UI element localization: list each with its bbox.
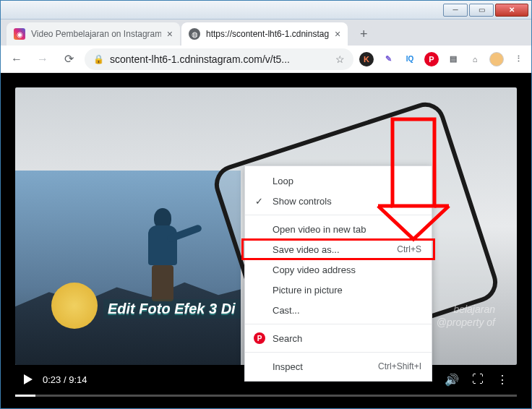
progress-bar[interactable]: [15, 395, 517, 397]
tab-close-icon[interactable]: ×: [335, 28, 340, 40]
browser-toolbar: ← → ⟳ 🔒 scontent-lht6-1.cdninstagram.com…: [1, 46, 531, 73]
browser-menu-icon[interactable]: ⋮: [511, 52, 525, 66]
video-badge-circle: [51, 283, 98, 329]
extension-avatar-icon[interactable]: [489, 52, 504, 66]
menu-inspect[interactable]: Inspect Ctrl+Shift+I: [245, 356, 432, 376]
menu-cast[interactable]: Cast...: [245, 300, 432, 320]
tab-bar: ◉ Video Pembelajaran on Instagram × ◍ ht…: [1, 20, 531, 46]
menu-separator: [245, 352, 432, 353]
menu-search[interactable]: P Search: [245, 328, 432, 348]
pinterest-icon: P: [254, 332, 265, 344]
video-person: [141, 208, 184, 309]
globe-icon: ◍: [189, 28, 200, 40]
extension-icons: K ✎ IQ P ▤ ⌂ ⋮: [359, 52, 525, 66]
address-bar[interactable]: 🔒 scontent-lht6-1.cdninstagram.com/v/t5.…: [85, 48, 353, 70]
reload-button[interactable]: ⟳: [59, 49, 79, 69]
instagram-icon: ◉: [14, 28, 25, 40]
progress-fill: [15, 395, 35, 397]
browser-tab[interactable]: ◍ https://scontent-lht6-1.cdninstag ×: [181, 22, 348, 46]
checkmark-icon: ✓: [255, 196, 263, 207]
tab-title: Video Pembelajaran on Instagram: [31, 29, 161, 39]
back-button[interactable]: ←: [7, 49, 27, 69]
bookmark-star-icon[interactable]: ☆: [335, 53, 345, 65]
video-badge-text: Edit Foto Efek 3 Di: [103, 299, 240, 319]
extension-brush-icon[interactable]: ✎: [381, 52, 395, 66]
time-display: 0:23 / 9:14: [43, 374, 87, 385]
pinterest-icon[interactable]: P: [424, 52, 439, 66]
shortcut-label: Ctrl+Shift+I: [378, 361, 421, 371]
menu-separator: [245, 324, 432, 324]
extension-k-icon[interactable]: K: [359, 52, 374, 66]
annotation-arrow: [374, 116, 453, 246]
more-options-icon[interactable]: ⋮: [497, 373, 508, 387]
extension-iq-icon[interactable]: IQ: [403, 52, 417, 66]
window-close-button[interactable]: ✕: [495, 4, 528, 17]
window-titlebar: ─ ▭ ✕: [1, 1, 531, 20]
lock-icon: 🔒: [93, 54, 104, 64]
tab-title: https://scontent-lht6-1.cdninstag: [206, 29, 329, 39]
svg-rect-0: [392, 119, 434, 206]
url-text: scontent-lht6-1.cdninstagram.com/v/t5...: [110, 53, 290, 65]
menu-copy-video-address[interactable]: Copy video address: [245, 259, 432, 280]
extension-feed-icon[interactable]: ▤: [446, 52, 460, 66]
volume-icon[interactable]: 🔊: [445, 373, 459, 387]
browser-window: ─ ▭ ✕ ◉ Video Pembelajaran on Instagram …: [0, 0, 532, 409]
play-button[interactable]: [24, 374, 33, 384]
browser-tab[interactable]: ◉ Video Pembelajaran on Instagram ×: [7, 22, 180, 46]
fullscreen-icon[interactable]: ⛶: [472, 373, 484, 386]
window-maximize-button[interactable]: ▭: [469, 4, 494, 17]
menu-picture-in-picture[interactable]: Picture in picture: [245, 280, 432, 300]
new-tab-button[interactable]: +: [353, 24, 374, 44]
tab-close-icon[interactable]: ×: [167, 28, 173, 40]
extension-tag-icon[interactable]: ⌂: [468, 52, 482, 66]
window-minimize-button[interactable]: ─: [443, 4, 468, 17]
video-watermark: belajaran @property of: [437, 303, 495, 329]
forward-button[interactable]: →: [33, 49, 53, 69]
